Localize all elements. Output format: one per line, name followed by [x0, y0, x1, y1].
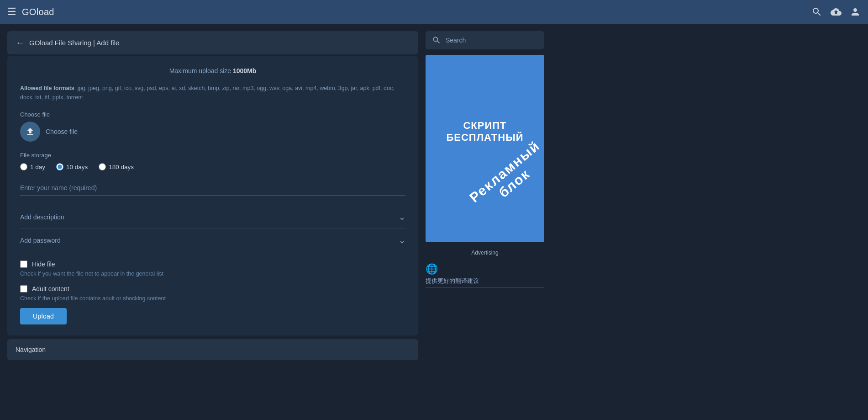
- translate-section: 🌐 提供更好的翻译建议: [426, 263, 544, 287]
- left-column: ← GOload File Sharing | Add file Maximum…: [7, 31, 418, 360]
- cloud-upload-icon[interactable]: [831, 6, 842, 17]
- radio-1day[interactable]: 1 day: [20, 163, 45, 170]
- search-box: [426, 31, 544, 49]
- adult-content-checkbox[interactable]: [20, 285, 27, 292]
- add-description-label: Add description: [20, 213, 64, 221]
- adult-content-label[interactable]: Adult content: [32, 285, 69, 292]
- navigation-label: Navigation: [16, 346, 46, 353]
- ad-text-line1: СКРИПТ БЕСПЛАТНЫЙ: [446, 120, 523, 144]
- max-size-value: 1000Mb: [233, 67, 256, 74]
- breadcrumb-title: GOload File Sharing | Add file: [29, 39, 119, 47]
- name-input[interactable]: [20, 181, 405, 196]
- file-storage-label: File storage: [20, 152, 405, 159]
- add-password-section[interactable]: Add password ⌄: [20, 229, 405, 252]
- back-icon[interactable]: ←: [16, 37, 25, 48]
- radio-label-1day: 1 day: [30, 164, 45, 170]
- max-size-label: Maximum upload size: [169, 67, 233, 74]
- ad-text-diagonal: Рекламныйблок: [467, 138, 544, 217]
- radio-input-1day[interactable]: [20, 163, 27, 170]
- description-chevron-icon: ⌄: [399, 212, 405, 222]
- top-navigation: ☰ GOload: [0, 0, 868, 24]
- breadcrumb-bar: ← GOload File Sharing | Add file: [7, 31, 418, 54]
- nav-icons: [811, 6, 861, 17]
- choose-file-row: Choose file: [20, 122, 405, 142]
- radio-input-10days[interactable]: [56, 163, 63, 170]
- hide-file-checkbox[interactable]: [20, 261, 27, 268]
- upload-arrow-icon: [25, 127, 35, 137]
- search-box-icon: [432, 36, 441, 45]
- hide-file-hint: Check if you want the file not to appear…: [20, 271, 405, 277]
- radio-label-10days: 10 days: [66, 164, 88, 170]
- radio-label-180days: 180 days: [109, 164, 134, 170]
- radio-input-180days[interactable]: [99, 163, 106, 170]
- password-chevron-icon: ⌄: [399, 235, 405, 245]
- adult-content-row: Adult content: [20, 285, 405, 292]
- main-layout: ← GOload File Sharing | Add file Maximum…: [0, 24, 868, 367]
- adult-content-section: Adult content Check if the upload file c…: [20, 285, 405, 302]
- allowed-formats: Allowed file formats: jpg, jpeg, png, gi…: [20, 84, 405, 102]
- translate-icon-row: 🌐: [426, 263, 544, 275]
- allowed-formats-list: : jpg, jpeg, png, gif, ico, svg, psd, ep…: [20, 85, 395, 101]
- max-size-info: Maximum upload size 1000Mb: [20, 67, 405, 74]
- translate-link[interactable]: 提供更好的翻译建议: [426, 277, 544, 287]
- translate-icon: 🌐: [426, 263, 438, 275]
- navigation-bar: Navigation: [7, 339, 418, 360]
- radio-180days[interactable]: 180 days: [99, 163, 134, 170]
- storage-radio-group: 1 day 10 days 180 days: [20, 163, 405, 170]
- upload-button[interactable]: Upload: [20, 308, 67, 324]
- right-column: СКРИПТ БЕСПЛАТНЫЙ Рекламныйблок Advertis…: [426, 31, 544, 287]
- menu-icon[interactable]: ☰: [7, 6, 16, 18]
- search-icon[interactable]: [811, 6, 822, 17]
- ad-block: СКРИПТ БЕСПЛАТНЫЙ Рекламныйблок: [426, 55, 544, 242]
- choose-file-text: Choose file: [46, 128, 78, 135]
- hide-file-section: Hide file Check if you want the file not…: [20, 261, 405, 277]
- add-password-label: Add password: [20, 237, 61, 244]
- adult-content-hint: Check if the upload file contains adult …: [20, 295, 405, 302]
- ad-label: Advertising: [426, 248, 544, 258]
- account-icon[interactable]: [850, 6, 861, 17]
- choose-file-button[interactable]: [20, 122, 40, 142]
- search-input[interactable]: [446, 37, 538, 44]
- radio-10days[interactable]: 10 days: [56, 163, 88, 170]
- hide-file-label[interactable]: Hide file: [32, 261, 55, 268]
- allowed-formats-label: Allowed file formats: [20, 85, 74, 91]
- add-description-section[interactable]: Add description ⌄: [20, 206, 405, 229]
- upload-card: Maximum upload size 1000Mb Allowed file …: [7, 56, 418, 335]
- app-title: GOload: [22, 7, 806, 17]
- choose-file-label: Choose file: [20, 111, 405, 118]
- hide-file-row: Hide file: [20, 261, 405, 268]
